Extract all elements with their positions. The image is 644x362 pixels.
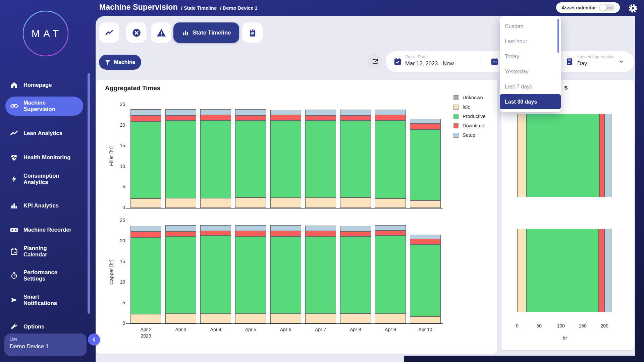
bar-segment-setup xyxy=(305,110,336,115)
bar-segment-idle xyxy=(517,229,526,312)
stacked-bar xyxy=(305,221,336,323)
sidebar-item-label: Options xyxy=(23,323,44,330)
x-tick-label: Apr 8 xyxy=(338,326,373,333)
bar-segment-idle xyxy=(517,114,526,197)
stacked-bar xyxy=(270,105,301,208)
sidebar-item-smart-notifications[interactable]: Smart Notifications xyxy=(5,291,83,310)
bar-segment-productive xyxy=(200,236,231,313)
sidebar-item-kpi-analytics[interactable]: KPI Analytics xyxy=(5,198,83,214)
bar-segment-downtime xyxy=(200,231,231,236)
sidebar-item-homepage[interactable]: Homepage xyxy=(5,77,83,93)
bar-segment-setup xyxy=(410,119,441,124)
y-tick-label: 25 xyxy=(112,102,125,107)
bar-segment-downtime xyxy=(270,115,301,121)
sidebar-item-label: Performance Settings xyxy=(23,269,57,282)
breadcrumb-state-timeline[interactable]: / State Timeline xyxy=(181,5,217,11)
bar-segment-idle xyxy=(165,198,196,208)
tab-line-chart[interactable] xyxy=(99,22,119,43)
date-range-field[interactable]: Start - End Mar 12, 2023 - Now xyxy=(405,55,454,67)
tab-errors[interactable] xyxy=(126,22,147,43)
stacked-bar xyxy=(375,221,406,323)
legend-item[interactable]: Downtime xyxy=(453,123,486,128)
bar-segment-idle xyxy=(130,314,161,323)
wrench-icon xyxy=(9,322,19,332)
dropdown-option[interactable]: Last 30 days xyxy=(500,94,561,109)
machine-filter-button[interactable]: Machine xyxy=(99,55,141,70)
sidebar-item-options[interactable]: Options xyxy=(5,319,83,335)
bar-segment-productive xyxy=(130,237,161,314)
legend-swatch xyxy=(453,105,459,110)
dropdown-option[interactable]: Yesterday xyxy=(500,64,561,79)
stacked-bar xyxy=(200,221,231,323)
bar-chart-icon xyxy=(9,201,19,211)
bar-segment-idle xyxy=(375,314,406,323)
legend-swatch xyxy=(453,133,459,138)
sidebar-item-consumption-analytics[interactable]: Consumption Analytics xyxy=(5,170,83,189)
sidebar-item-lean-analytics[interactable]: Lean Analytics xyxy=(5,125,83,141)
asset-calendar-toggle[interactable]: OFF xyxy=(599,4,615,11)
x-tick-label: Apr 9 xyxy=(373,326,408,333)
bar-segment-idle xyxy=(270,314,301,323)
y-tick-label: 15 xyxy=(112,259,125,264)
sidebar-item-machine-recorder[interactable]: Machine Recorder xyxy=(5,222,83,238)
tab-state-timeline[interactable]: State Timeline xyxy=(173,22,239,43)
device-card[interactable]: Line Demo Device 1 xyxy=(4,334,87,356)
bar-segment-setup xyxy=(604,114,611,197)
calendar-icon xyxy=(9,246,19,256)
date-range-dropdown: CustomLast hourTodayYesterdayLast 7 days… xyxy=(500,16,561,112)
x-tick-label: 50 xyxy=(532,323,546,328)
sidebar-item-machine-supervision[interactable]: Machine Supervision xyxy=(5,97,83,116)
settings-gear-icon[interactable] xyxy=(628,3,638,13)
bar-segment-downtime xyxy=(340,115,371,121)
bar-segment-idle xyxy=(410,200,441,208)
bar-segment-downtime xyxy=(340,231,371,237)
send-icon xyxy=(9,295,19,305)
bar-segment-idle xyxy=(375,198,406,208)
sidebar-item-performance-settings[interactable]: Performance Settings xyxy=(5,266,83,285)
bar-segment-idle xyxy=(305,314,336,323)
bar-segment-productive xyxy=(526,229,599,312)
state-timeline-bars-icon xyxy=(182,29,189,37)
x-tick-label: 150 xyxy=(575,323,590,328)
sidebar-collapse-button[interactable] xyxy=(88,334,100,346)
device-name: Demo Device 1 xyxy=(10,343,87,350)
calendar-range-icon[interactable] xyxy=(490,57,499,66)
page-title: Machine Supervision xyxy=(99,3,178,12)
tab-warnings[interactable] xyxy=(151,22,171,43)
legend-item[interactable]: Setup xyxy=(453,132,486,138)
sidebar-item-health-monitoring[interactable]: Health Monitoring xyxy=(5,149,83,166)
legend-item[interactable]: Productive xyxy=(453,114,486,119)
tab-report[interactable] xyxy=(242,22,263,43)
machine-filter-label: Machine xyxy=(114,59,135,65)
open-in-new-window-button[interactable] xyxy=(367,54,382,69)
legend-label: Downtime xyxy=(463,123,484,128)
sidebar-scrollbar[interactable] xyxy=(88,73,90,314)
sidebar-item-label: Consumption Analytics xyxy=(23,173,59,186)
bar-segment-setup xyxy=(305,226,336,231)
asset-calendar-label: Asset calendar xyxy=(561,5,596,10)
bolt-icon xyxy=(9,174,19,184)
legend-swatch xyxy=(453,95,459,100)
legend-label: Unknown xyxy=(463,95,483,100)
stacked-bar xyxy=(410,105,441,208)
dropdown-scrollbar[interactable] xyxy=(557,19,559,53)
legend-item[interactable]: Unknown xyxy=(453,95,486,100)
dropdown-option[interactable]: Last hour xyxy=(500,34,561,49)
dropdown-option[interactable]: Last 7 days xyxy=(500,79,561,94)
breadcrumb-device[interactable]: / Demo Device 1 xyxy=(220,5,257,11)
clipboard-icon xyxy=(248,28,257,37)
bar-segment-productive xyxy=(270,237,301,314)
interval-aggregation-select[interactable]: Interval Aggregation Day xyxy=(577,55,614,67)
dropdown-option[interactable]: Custom xyxy=(500,19,561,34)
y-tick-label: 20 xyxy=(112,122,125,128)
bar-segment-downtime xyxy=(235,115,266,121)
dropdown-option[interactable]: Today xyxy=(500,49,561,64)
bar-segment-setup xyxy=(130,226,161,232)
sidebar-item-planning-calendar[interactable]: Planning Calendar xyxy=(5,242,83,261)
chevron-down-icon[interactable] xyxy=(618,59,624,65)
y-tick-label: 10 xyxy=(112,164,125,169)
y-tick-label: 25 xyxy=(112,218,125,223)
bar-segment-idle xyxy=(235,314,266,323)
legend-item[interactable]: Idle xyxy=(453,104,486,110)
filter-funnel-icon xyxy=(105,59,111,65)
